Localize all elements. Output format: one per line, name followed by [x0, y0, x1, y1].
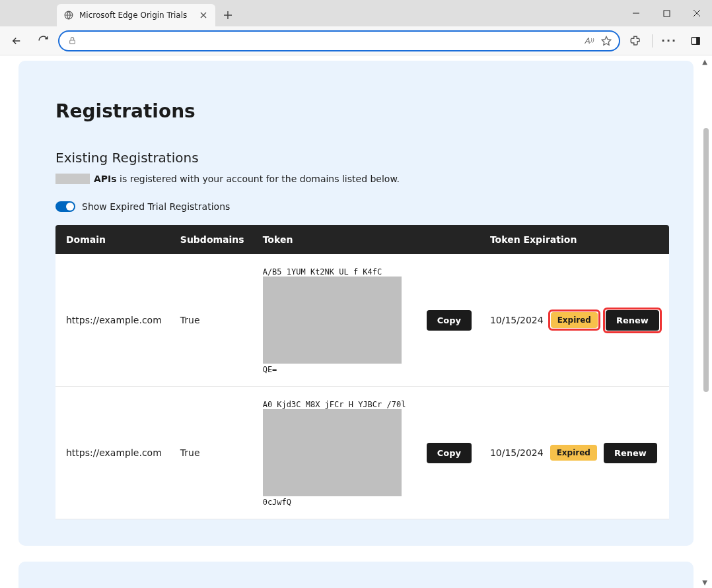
col-copy	[417, 225, 481, 254]
refresh-button[interactable]	[32, 30, 54, 52]
desc-tail: is registered with your account for the …	[117, 174, 400, 184]
svg-rect-2	[69, 40, 75, 44]
minimize-button[interactable]	[621, 0, 651, 26]
highlight-box: Renew	[605, 310, 660, 331]
cell-domain: https://example.com	[55, 254, 171, 387]
apis-label: APIs	[94, 174, 117, 184]
cell-expiration: 10/15/2024 Expired Renew	[481, 387, 669, 519]
cell-token: A/B5 1YUM Kt2NK UL f K4fC QE=	[254, 254, 417, 387]
existing-registrations-heading: Existing Registrations	[55, 150, 657, 166]
browser-titlebar: Microsoft Edge Origin Trials	[0, 0, 712, 26]
tab-close-icon[interactable]	[198, 10, 209, 20]
page-title: Registrations	[55, 100, 657, 122]
back-button[interactable]	[5, 30, 28, 52]
globe-icon	[63, 10, 74, 20]
cell-expiration: 10/15/2024 Expired Renew	[481, 254, 669, 387]
expiration-date: 10/15/2024	[490, 315, 544, 325]
show-expired-toggle[interactable]	[55, 201, 75, 212]
cell-domain: https://example.com	[55, 387, 171, 519]
address-input[interactable]	[83, 36, 578, 46]
scroll-up-icon[interactable]: ▲	[700, 57, 709, 66]
copy-button[interactable]: Copy	[427, 310, 472, 331]
maximize-button[interactable]	[651, 0, 682, 26]
renew-button[interactable]: Renew	[606, 310, 659, 331]
tab-title: Microsoft Edge Origin Trials	[79, 11, 193, 20]
registrations-card: Registrations Existing Registrations API…	[18, 61, 694, 546]
expiration-date: 10/15/2024	[490, 447, 544, 458]
renew-button[interactable]: Renew	[604, 443, 657, 463]
sidebar-toggle-icon[interactable]	[684, 30, 707, 52]
browser-tab[interactable]: Microsoft Edge Origin Trials	[57, 4, 215, 26]
new-tab-button[interactable]	[218, 5, 238, 25]
redacted-token-block	[263, 409, 402, 496]
col-domain: Domain	[55, 225, 171, 254]
page-viewport: Registrations Existing Registrations API…	[0, 55, 712, 588]
registration-description: APIs is registered with your account for…	[55, 174, 657, 184]
lock-icon	[66, 35, 78, 47]
token-fragment: QE=	[263, 365, 277, 374]
scroll-down-icon[interactable]: ▼	[700, 577, 709, 587]
favorite-icon[interactable]	[600, 35, 612, 47]
table-row: https://example.com True A/B5 1YUM Kt2NK…	[55, 254, 669, 387]
new-registration-card: New Origin Trial Registration	[18, 562, 694, 588]
cell-subdomains: True	[171, 387, 254, 519]
token-fragment: A0 Kjd3C M8X jFCr H YJBCr /70l	[263, 400, 406, 409]
redacted-api-name	[55, 174, 90, 184]
registrations-table: Domain Subdomains Token Token Expiration…	[55, 225, 669, 519]
token-fragment: A/B5 1YUM Kt2NK UL f K4fC	[263, 267, 382, 277]
expired-badge: Expired	[550, 445, 597, 461]
col-token: Token	[254, 225, 417, 254]
redacted-token-block	[263, 277, 402, 364]
read-aloud-icon[interactable]: A))	[583, 35, 595, 47]
menu-icon[interactable]: ···	[658, 30, 680, 52]
svg-rect-1	[664, 11, 670, 16]
toolbar-separator	[652, 34, 653, 48]
copy-button[interactable]: Copy	[427, 443, 472, 463]
scrollbar-thumb[interactable]	[703, 128, 709, 392]
cell-copy: Copy	[417, 254, 481, 387]
svg-rect-4	[697, 37, 699, 44]
expired-badge: Expired	[551, 312, 598, 328]
cell-copy: Copy	[417, 387, 481, 519]
col-expiration: Token Expiration	[481, 225, 669, 254]
cell-token: A0 Kjd3C M8X jFCr H YJBCr /70l 0cJwfQ	[254, 387, 417, 519]
show-expired-label: Show Expired Trial Registrations	[82, 201, 230, 212]
window-controls	[621, 0, 712, 26]
highlight-box: Expired	[550, 311, 598, 329]
close-window-button[interactable]	[682, 0, 712, 26]
table-row: https://example.com True A0 Kjd3C M8X jF…	[55, 387, 669, 519]
browser-toolbar: A)) ···	[0, 26, 712, 55]
cell-subdomains: True	[171, 254, 254, 387]
token-fragment: 0cJwfQ	[263, 498, 291, 507]
extensions-icon[interactable]	[624, 30, 647, 52]
scrollbar[interactable]: ▲ ▼	[701, 55, 711, 588]
col-subdomains: Subdomains	[171, 225, 254, 254]
address-bar[interactable]: A))	[58, 30, 620, 51]
